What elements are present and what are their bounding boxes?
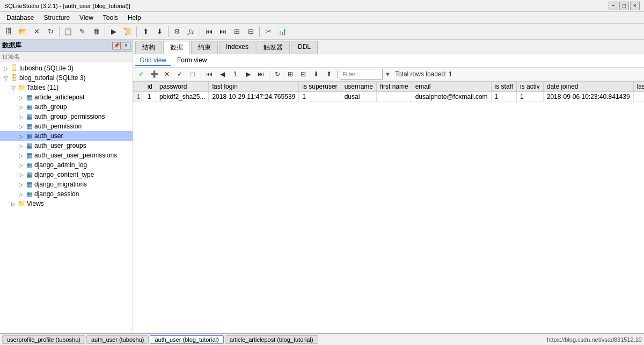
toggle-django-session[interactable]: ▷ <box>17 190 25 198</box>
left-panel-pin[interactable]: 📌 <box>112 42 121 49</box>
table-auth-permission[interactable]: ▷ ▦ auth_permission <box>0 121 133 131</box>
tab-constraints[interactable]: 约束 <box>191 41 218 54</box>
toolbar-close-db[interactable]: ✕ <box>30 25 43 38</box>
toolbar-settings[interactable]: ⚙ <box>171 25 184 38</box>
db-blog-tutorial[interactable]: ▽ 🗄 blog_tutorial (SQLite 3) <box>0 73 133 83</box>
toolbar-history[interactable]: 📜 <box>121 25 134 38</box>
toggle-django-migrations[interactable]: ▷ <box>17 181 25 188</box>
tab-triggers[interactable]: 触发器 <box>257 41 290 54</box>
toggle-auth-user[interactable]: ▷ <box>17 132 25 140</box>
toolbar-refresh[interactable]: ↻ <box>44 25 57 38</box>
dt-delete-row-btn[interactable]: ✕ <box>161 69 173 80</box>
toolbar-b5[interactable]: ✂ <box>262 25 275 38</box>
toggle-tuboshu[interactable]: ▷ <box>2 64 10 72</box>
tables-folder[interactable]: ▽ 📁 Tables (11) <box>0 83 133 92</box>
cell-is-staff-1[interactable]: 1 <box>491 92 516 102</box>
col-header-first-name[interactable]: first name <box>377 82 412 92</box>
table-django-admin-log[interactable]: ▷ ▦ django_admin_log <box>0 160 133 170</box>
minimize-button[interactable]: − <box>609 2 618 10</box>
close-button[interactable]: × <box>630 2 640 10</box>
table-auth-user-groups[interactable]: ▷ ▦ auth_user_groups <box>0 141 133 150</box>
toggle-django-admin-log[interactable]: ▷ <box>17 161 25 169</box>
cell-first-name-1[interactable] <box>377 92 412 102</box>
dt-import[interactable]: ⬆ <box>323 69 335 80</box>
dt-export[interactable]: ⬇ <box>310 69 322 80</box>
menu-structure[interactable]: Structure <box>39 13 74 23</box>
tab-structure[interactable]: 结构 <box>135 41 162 54</box>
cell-last-login-1[interactable]: 2018-10-29 11:47:24.765539 <box>209 92 299 102</box>
cell-email-1[interactable]: dusaiphoto@foxmail.com <box>412 92 491 102</box>
cell-is-active-1[interactable]: 1 <box>517 92 544 102</box>
dt-refresh[interactable]: ↻ <box>272 69 283 80</box>
menu-help[interactable]: Help <box>123 13 145 23</box>
toolbar-run-sql[interactable]: ▶ <box>107 25 120 38</box>
col-header-last-name[interactable]: last name <box>633 82 644 92</box>
window-controls[interactable]: − □ × <box>609 2 640 10</box>
table-article-articlepost[interactable]: ▷ ▦ article_articlepost <box>0 92 133 102</box>
filter-input[interactable] <box>340 69 383 80</box>
dt-add-row-btn[interactable]: ➕ <box>148 69 160 80</box>
toolbar-b2[interactable]: ⏭ <box>216 25 229 38</box>
data-table-container[interactable]: id password last login is superuser user… <box>133 81 644 333</box>
table-django-migrations[interactable]: ▷ ▦ django_migrations <box>0 179 133 189</box>
col-header-is-active[interactable]: is activ <box>517 82 544 92</box>
col-header-is-staff[interactable]: is staff <box>491 82 516 92</box>
table-auth-user-user-permissions[interactable]: ▷ ▦ auth_user_user_permissions <box>0 150 133 160</box>
sub-tab-form[interactable]: Form view <box>173 55 211 66</box>
table-row[interactable]: 1 1 pbkdf2_sha25... 2018-10-29 11:47:24.… <box>134 92 645 102</box>
toolbar-delete-table[interactable]: 🗑 <box>90 25 103 38</box>
col-header-email[interactable]: email <box>412 82 491 92</box>
cell-is-superuser-1[interactable]: 1 <box>299 92 341 102</box>
dt-move-prev[interactable]: ◀ <box>216 69 228 80</box>
menu-database[interactable]: Database <box>2 13 38 23</box>
toggle-article-articlepost[interactable]: ▷ <box>17 94 25 101</box>
left-panel-controls[interactable]: 📌 × <box>112 42 130 49</box>
toolbar-b6[interactable]: 📊 <box>276 25 289 38</box>
menu-tools[interactable]: Tools <box>99 13 122 23</box>
table-django-content-type[interactable]: ▷ ▦ django_content_type <box>0 170 133 179</box>
bottom-tab-1[interactable]: auth_user (tuboshu) <box>86 335 149 344</box>
toolbar-new-db[interactable]: 🗄 <box>2 25 15 38</box>
dt-uncheck-btn[interactable]: □ <box>187 69 199 80</box>
dt-select-all[interactable]: ⊞ <box>284 69 296 80</box>
dt-check-btn[interactable]: ✓ <box>174 69 186 80</box>
cell-username-1[interactable]: dusai <box>341 92 376 102</box>
toolbar-fx[interactable]: 𝑓𝑥 <box>185 25 197 38</box>
bottom-tab-3[interactable]: article_articlepost (blog_tutorial) <box>225 335 318 344</box>
db-tuboshu[interactable]: ▷ 🗄 tuboshu (SQLite 3) <box>0 63 133 73</box>
dt-move-first[interactable]: ⏮ <box>203 69 215 80</box>
col-header-password[interactable]: password <box>156 82 209 92</box>
col-header-id[interactable]: id <box>144 82 156 92</box>
bottom-tab-2[interactable]: auth_user (blog_tutorial) <box>150 335 223 344</box>
col-header-is-superuser[interactable]: is superuser <box>299 82 341 92</box>
left-panel-close[interactable]: × <box>122 42 130 49</box>
table-django-session[interactable]: ▷ ▦ django_session <box>0 189 133 199</box>
toolbar-open-db[interactable]: 📂 <box>16 25 29 38</box>
toolbar-b3[interactable]: ⊞ <box>230 25 243 38</box>
toggle-auth-user-groups[interactable]: ▷ <box>17 142 25 149</box>
toggle-auth-permission[interactable]: ▷ <box>17 123 25 130</box>
cell-id-1[interactable]: 1 <box>144 92 156 102</box>
table-auth-user[interactable]: ▷ ▦ auth_user <box>0 131 133 141</box>
dt-deselect[interactable]: ⊟ <box>297 69 309 80</box>
toolbar-b1[interactable]: ⏮ <box>202 25 215 38</box>
table-auth-group-permissions[interactable]: ▷ ▦ auth_group_permissions <box>0 112 133 121</box>
tab-ddl[interactable]: DDL <box>291 41 318 54</box>
bottom-tab-0[interactable]: userprofile_profile (tuboshu) <box>2 335 85 344</box>
toolbar-add-table[interactable]: 📋 <box>62 25 75 38</box>
toggle-blog-tutorial[interactable]: ▽ <box>2 74 10 82</box>
filter-dropdown-icon[interactable]: ▼ <box>385 71 391 77</box>
toolbar-edit-table[interactable]: ✎ <box>76 25 89 38</box>
views-folder[interactable]: ▷ 📁 Views <box>0 199 133 209</box>
maximize-button[interactable]: □ <box>619 2 629 10</box>
cell-password-1[interactable]: pbkdf2_sha25... <box>156 92 209 102</box>
toolbar-export[interactable]: ⬇ <box>153 25 166 38</box>
menu-view[interactable]: View <box>75 13 98 23</box>
dt-move-last[interactable]: ⏭ <box>255 69 267 80</box>
toggle-django-content-type[interactable]: ▷ <box>17 171 25 178</box>
col-header-date-joined[interactable]: date joined <box>543 82 633 92</box>
tab-data[interactable]: 数据 <box>163 41 190 54</box>
toolbar-b4[interactable]: ⊟ <box>244 25 257 38</box>
dt-move-next[interactable]: ▶ <box>242 69 254 80</box>
toggle-tables[interactable]: ▽ <box>10 84 17 91</box>
